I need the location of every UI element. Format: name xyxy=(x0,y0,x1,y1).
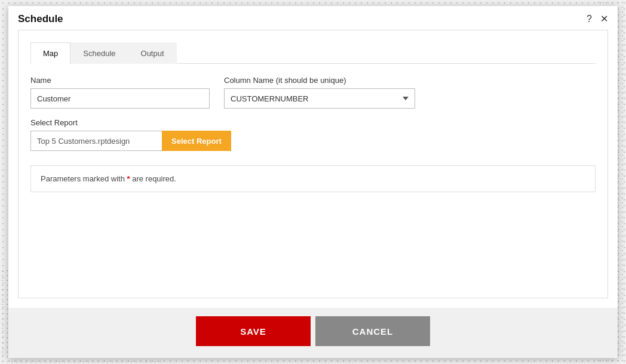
save-button[interactable]: SAVE xyxy=(196,316,311,346)
cancel-button[interactable]: CANCEL xyxy=(315,316,430,346)
select-report-label: Select Report xyxy=(30,118,596,127)
name-group: Name xyxy=(30,76,210,109)
help-button[interactable]: ? xyxy=(587,14,592,24)
column-group: Column Name (it should be unique) CUSTOM… xyxy=(224,76,415,109)
info-text-after: are required. xyxy=(130,174,176,183)
dialog-title: Schedule xyxy=(18,13,63,25)
schedule-dialog: Schedule ? ✕ Map Schedule Output xyxy=(8,6,618,358)
tab-map[interactable]: Map xyxy=(30,42,70,64)
tabs-bar: Map Schedule Output xyxy=(30,42,596,64)
report-filename: Top 5 Customers.rptdesign xyxy=(30,131,162,151)
info-box: Parameters marked with * are required. xyxy=(30,165,596,192)
report-row: Top 5 Customers.rptdesign Select Report xyxy=(30,131,596,151)
column-select[interactable]: CUSTOMERNUMBER xyxy=(224,88,415,109)
dialog-titlebar: Schedule ? ✕ xyxy=(8,6,618,30)
dialog-content: Map Schedule Output Name Column Name (it… xyxy=(8,30,618,308)
dialog-title-icons: ? ✕ xyxy=(587,14,608,24)
tab-output[interactable]: Output xyxy=(128,42,177,64)
form-top-row: Name Column Name (it should be unique) C… xyxy=(30,76,596,109)
name-input[interactable] xyxy=(30,88,210,109)
name-label: Name xyxy=(30,76,210,85)
dialog-footer: SAVE CANCEL xyxy=(8,308,618,358)
inner-panel: Map Schedule Output Name Column Name (it… xyxy=(18,30,608,298)
report-group: Select Report Top 5 Customers.rptdesign … xyxy=(30,118,596,151)
select-report-button[interactable]: Select Report xyxy=(162,131,231,151)
close-button[interactable]: ✕ xyxy=(600,14,608,24)
tab-schedule[interactable]: Schedule xyxy=(70,42,128,64)
info-text-before: Parameters marked with xyxy=(41,174,127,183)
column-label: Column Name (it should be unique) xyxy=(224,76,415,85)
